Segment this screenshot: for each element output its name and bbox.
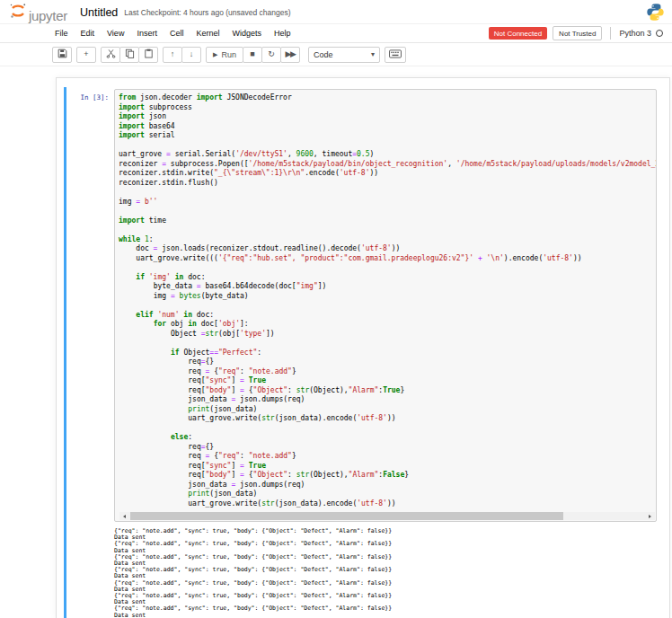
code-line: img = b'' — [119, 198, 656, 207]
plus-icon: + — [84, 50, 88, 58]
trust-badge[interactable]: Not Trusted — [553, 26, 602, 40]
horizontal-scrollbar[interactable] — [119, 512, 655, 520]
code-line: reconizer.stdin.flush() — [119, 179, 656, 189]
scrollbar-thumb[interactable] — [130, 512, 563, 520]
chevron-down-icon: ▾ — [371, 50, 375, 58]
cell-input-area: In [3]: from json.decoder import JSONDec… — [71, 89, 660, 522]
output-line: {"req": "note.add", "sync": true, "body"… — [114, 554, 392, 561]
code-line — [119, 263, 656, 273]
code-line: req={} — [119, 358, 656, 367]
code-line: else: — [119, 433, 656, 443]
output-line: {"req": "note.add", "sync": true, "body"… — [114, 541, 392, 547]
code-line: for obj in doc['obj']: — [119, 320, 656, 330]
code-line: print(json_data) — [119, 405, 656, 415]
menu-cell[interactable]: Cell — [164, 26, 190, 40]
code-line: import subprocess — [119, 103, 656, 113]
code-line — [119, 301, 656, 311]
arrow-down-icon: ↓ — [190, 50, 194, 58]
cut-cell-button[interactable] — [101, 47, 120, 63]
output-prompt-spacer — [71, 528, 114, 618]
save-button[interactable] — [52, 47, 72, 63]
toolbar: + ↑ ↓ — [0, 43, 672, 66]
output-line: {"req": "note.add", "sync": true, "body"… — [114, 528, 392, 534]
jupyter-logo[interactable]: jupyter — [9, 2, 67, 23]
code-editor[interactable]: from json.decoder import JSONDecodeError… — [114, 89, 657, 522]
save-icon — [57, 49, 67, 60]
code-line: req = {"req": "note.add"} — [119, 367, 656, 377]
scroll-left-button[interactable] — [119, 512, 129, 520]
code-line: uart_grove = serial.Serial('/dev/ttyS1',… — [119, 150, 656, 160]
notebook-header: jupyter Untitled Last Checkpoint: 4 hour… — [0, 0, 672, 24]
code-line: import json — [119, 112, 656, 122]
code-line: json_data = json.dumps(req) — [119, 395, 656, 405]
move-cell-up-button[interactable]: ↑ — [163, 47, 182, 63]
code-line: from json.decoder import JSONDecodeError — [119, 93, 656, 103]
menu-view[interactable]: View — [101, 26, 130, 40]
code-line: req["body"] = {"Object": str(Object),"Al… — [119, 386, 656, 396]
output-line: {"req": "note.add", "sync": true, "body"… — [114, 567, 392, 573]
notebook-site: In [3]: from json.decoder import JSONDec… — [0, 66, 672, 618]
code-line: reconizer.stdin.write("_{\"stream\":1}\r… — [119, 169, 656, 179]
run-button[interactable]: ▶ Run — [206, 47, 243, 63]
code-line: while 1: — [119, 235, 656, 245]
menu-edit[interactable]: Edit — [75, 26, 102, 40]
code-line — [119, 339, 656, 349]
menu-widgets[interactable]: Widgets — [225, 26, 268, 40]
play-icon: ▶ — [213, 51, 217, 57]
notebook-title[interactable]: Untitled — [80, 6, 118, 19]
code-line: print(json_data) — [119, 490, 656, 499]
code-line: req = {"req": "note.add"} — [119, 452, 656, 462]
paste-cell-button[interactable] — [138, 47, 158, 63]
jupyter-notebook-app: jupyter Untitled Last Checkpoint: 4 hour… — [0, 0, 672, 618]
notebook-container: In [3]: from json.decoder import JSONDec… — [56, 77, 670, 618]
output-line: {"req": "note.add", "sync": true, "body"… — [114, 605, 392, 612]
menu-kernel[interactable]: Kernel — [190, 26, 225, 40]
keyboard-icon — [389, 49, 402, 60]
run-group: ▶ Run ■ ↻ ▶▶ — [206, 47, 300, 63]
autosave-status: (unsaved changes) — [225, 8, 290, 17]
checkpoint-text: Last Checkpoint: 4 hours ago — [124, 8, 224, 17]
fast-forward-icon: ▶▶ — [285, 50, 295, 58]
copy-cell-button[interactable] — [119, 47, 139, 63]
python-logo — [646, 3, 665, 22]
code-lines: from json.decoder import JSONDecodeError… — [119, 93, 656, 508]
restart-run-all-button[interactable]: ▶▶ — [280, 47, 300, 63]
kernel-connection-badge: Not Connected — [489, 27, 547, 40]
menu-file[interactable]: File — [49, 26, 75, 40]
menu-insert[interactable]: Insert — [130, 26, 164, 40]
jupyter-planet-icon — [9, 2, 27, 23]
code-line: if 'img' in doc: — [119, 273, 656, 283]
scrollbar-track[interactable] — [129, 512, 645, 520]
input-prompt: In [3]: — [71, 89, 114, 522]
arrow-up-icon: ↑ — [171, 50, 175, 58]
interrupt-kernel-button[interactable]: ■ — [243, 47, 262, 63]
code-line: uart_grove.write(str(json_data).encode('… — [119, 414, 656, 424]
menu-help[interactable]: Help — [268, 26, 297, 40]
add-cell-button[interactable]: + — [76, 47, 96, 63]
command-palette-button[interactable] — [385, 47, 406, 63]
code-cell[interactable]: In [3]: from json.decoder import JSONDec… — [64, 87, 664, 618]
code-line: req["sync"] = True — [119, 376, 656, 386]
code-line: req={} — [119, 443, 656, 453]
move-cell-down-button[interactable]: ↓ — [181, 47, 201, 63]
code-line — [119, 424, 656, 434]
move-group: ↑ ↓ — [163, 47, 201, 63]
code-line: import base64 — [119, 122, 656, 132]
output-line: {"req": "note.add", "sync": true, "body"… — [114, 580, 392, 587]
output-line: {"req": "note.add", "sync": true, "body"… — [114, 593, 392, 599]
code-line: import time — [119, 216, 656, 226]
restart-kernel-button[interactable]: ↻ — [261, 47, 281, 63]
clipboard-group — [101, 47, 158, 63]
code-line — [119, 225, 656, 235]
code-line: elif 'num' in doc: — [119, 311, 656, 321]
copy-icon — [125, 49, 135, 60]
checkpoint-status: Last Checkpoint: 4 hours ago (unsaved ch… — [124, 8, 290, 17]
stop-icon: ■ — [250, 50, 254, 58]
restart-icon: ↻ — [268, 50, 275, 58]
menu-bar: FileEditViewInsertCellKernelWidgetsHelp … — [0, 24, 672, 43]
code-line — [119, 207, 656, 216]
cell-type-dropdown[interactable]: Code ▾ — [308, 47, 380, 63]
menu-list: FileEditViewInsertCellKernelWidgetsHelp — [49, 26, 296, 40]
code-line: json_data = json.dumps(req) — [119, 481, 656, 490]
scroll-right-button[interactable] — [645, 512, 655, 520]
